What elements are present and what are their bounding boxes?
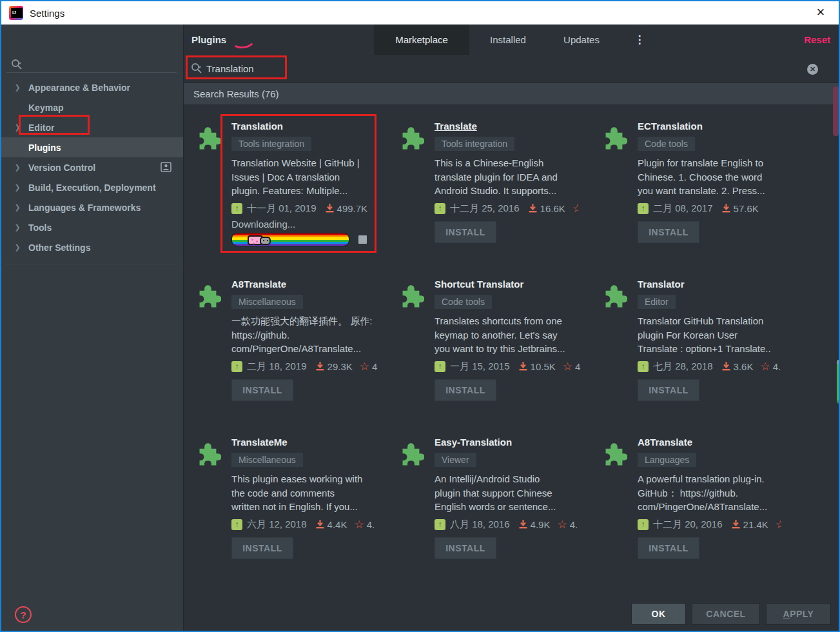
downloads-icon [316, 362, 324, 371]
sidebar-item-keymap[interactable]: Keymap [1, 97, 183, 117]
chevron-right-icon[interactable]: ❯ [10, 163, 24, 172]
sidebar-item-appearance-behavior[interactable]: ❯ Appearance & Behavior [1, 77, 183, 97]
plugin-description: This plugin eases working with the code … [231, 472, 385, 514]
plugin-update-date: 二月 08, 2017 [653, 202, 713, 215]
sidebar-item-label: Tools [28, 222, 52, 233]
sidebar-item-label: Editor [28, 123, 54, 133]
plugin-card: Translation Tools integration Translatio… [184, 105, 387, 263]
tab-installed[interactable]: Installed [480, 25, 536, 55]
chevron-right-icon[interactable]: ❯ [10, 203, 24, 212]
sidebar-item-editor[interactable]: ❯ Editor [1, 117, 183, 137]
download-progress-bar [231, 233, 349, 246]
sidebar-item-build-execution-deployment[interactable]: ❯ Build, Execution, Deployment [1, 177, 183, 197]
plugin-puzzle-icon [197, 442, 221, 466]
plugin-downloads: 21.4K [743, 519, 768, 530]
downloads-icon [316, 520, 324, 529]
plugin-update-date: 八月 18, 2016 [450, 518, 510, 531]
install-button[interactable]: INSTALL [231, 537, 293, 559]
install-button[interactable]: INSTALL [435, 379, 496, 401]
plugin-category-tag[interactable]: Editor [638, 295, 676, 309]
install-button[interactable]: INSTALL [638, 221, 699, 243]
plugin-downloads: 3.6K [734, 361, 754, 372]
plugin-name[interactable]: A8Translate [638, 437, 692, 448]
downloads-icon [722, 204, 730, 213]
star-icon: ☆ [760, 361, 770, 372]
close-button[interactable]: × [810, 3, 831, 23]
plugin-category-tag[interactable]: Languages [638, 453, 696, 467]
plugin-card: Shortcut Translator Code tools Translate… [387, 263, 590, 421]
plugin-name[interactable]: ECTranslation [638, 121, 703, 132]
sidebar-item-tools[interactable]: ❯ Tools [1, 217, 183, 237]
plugin-update-date: 十二月 20, 2016 [653, 518, 723, 531]
plugin-name[interactable]: A8Translate [231, 279, 286, 290]
settings-window: Settings × ❯ Appearance & Behavior Keyma… [0, 0, 840, 632]
question-icon: ? [20, 609, 26, 620]
downloads-icon [722, 362, 730, 371]
sidebar-items: ❯ Appearance & Behavior Keymap ❯ Editor … [1, 77, 183, 257]
plugin-rating: 4 [575, 361, 580, 372]
plugin-description: This is a Chinese-English translate plug… [435, 156, 588, 198]
scrollbar-thumb[interactable] [833, 86, 839, 136]
plugin-category-tag[interactable]: Tools integration [231, 137, 311, 151]
chevron-right-icon[interactable]: ❯ [10, 223, 24, 232]
plugin-update-date: 六月 12, 2018 [247, 518, 307, 531]
chevron-right-icon[interactable]: ❯ [10, 83, 24, 92]
plugin-category-tag[interactable]: Miscellaneous [231, 295, 303, 309]
plugin-downloads: 29.3K [327, 361, 353, 372]
plugin-description: Translation Website | GitHub | Issues | … [231, 156, 385, 198]
plugin-card: TranslateMe Miscellaneous This plugin ea… [184, 421, 387, 579]
ok-button[interactable]: OK [631, 603, 686, 625]
reset-button[interactable]: Reset [804, 25, 830, 55]
plugin-name[interactable]: Translate [435, 121, 477, 132]
plugin-downloads: 499.7K [337, 203, 368, 214]
plugin-name[interactable]: Shortcut Translator [435, 279, 523, 290]
plugin-category-tag[interactable]: Miscellaneous [231, 453, 303, 467]
tab-updates[interactable]: Updates [553, 25, 610, 55]
plugin-name[interactable]: Translation [231, 121, 283, 132]
sidebar-item-other-settings[interactable]: ❯ Other Settings [1, 237, 183, 257]
sidebar-search-icon[interactable] [10, 58, 23, 71]
chevron-right-icon[interactable]: ❯ [10, 123, 24, 132]
sidebar-item-label: Version Control [28, 163, 95, 173]
update-date-icon: ↑ [638, 361, 649, 372]
edge-green-bar [837, 360, 840, 404]
plugin-category-tag[interactable]: Code tools [435, 295, 492, 309]
stop-download-button[interactable] [358, 235, 367, 244]
plugin-puzzle-icon [400, 284, 424, 308]
chevron-right-icon[interactable]: ❯ [10, 243, 24, 252]
plugin-name[interactable]: Easy-Translation [435, 437, 512, 448]
more-options-kebab-icon[interactable]: ⋮ [632, 25, 647, 55]
plugin-stats-row: ↑ 七月 28, 2018 3.6K ☆ 4. [638, 360, 791, 373]
install-button[interactable]: INSTALL [638, 379, 699, 401]
plugin-name[interactable]: Translator [638, 279, 685, 290]
sidebar-divider [5, 264, 179, 264]
cancel-button[interactable]: CANCEL [692, 603, 760, 625]
install-button[interactable]: INSTALL [435, 537, 496, 559]
install-button[interactable]: INSTALL [231, 379, 293, 401]
plugin-puzzle-icon [603, 442, 627, 466]
sidebar-item-version-control[interactable]: ❯ Version Control [1, 157, 183, 177]
chevron-right-icon[interactable]: ❯ [10, 183, 24, 192]
plugin-category-tag[interactable]: Tools integration [435, 137, 514, 151]
plugin-search-input[interactable]: Translation [206, 55, 254, 83]
clear-search-button[interactable]: ✕ [807, 64, 818, 75]
plugin-category-tag[interactable]: Viewer [435, 453, 476, 467]
plugin-stats-row: ↑ 二月 08, 2017 57.6K ☆ [638, 202, 791, 215]
plugin-name[interactable]: TranslateMe [231, 437, 288, 448]
plugin-card: Translate Tools integration This is a Ch… [387, 105, 590, 263]
tab-marketplace[interactable]: Marketplace [374, 25, 469, 55]
install-button[interactable]: INSTALL [638, 537, 699, 559]
plugin-puzzle-icon [603, 126, 627, 150]
sidebar-item-plugins[interactable]: Plugins [1, 137, 183, 157]
plugin-category-tag[interactable]: Code tools [638, 137, 695, 151]
help-button[interactable]: ? [15, 606, 32, 623]
star-icon: ☆ [360, 361, 369, 372]
plugin-rating: 4 [372, 361, 377, 372]
sidebar-item-languages-frameworks[interactable]: ❯ Languages & Frameworks [1, 197, 183, 217]
apply-button[interactable]: APPLY [766, 603, 831, 625]
plugin-description: Translates shortcuts from one keymap to … [435, 314, 588, 356]
search-results-count: Search Results (76) [193, 83, 279, 105]
plugin-grid: Translation Tools integration Translatio… [184, 105, 793, 579]
plugin-downloads: 57.6K [734, 203, 759, 214]
install-button[interactable]: INSTALL [435, 221, 496, 243]
